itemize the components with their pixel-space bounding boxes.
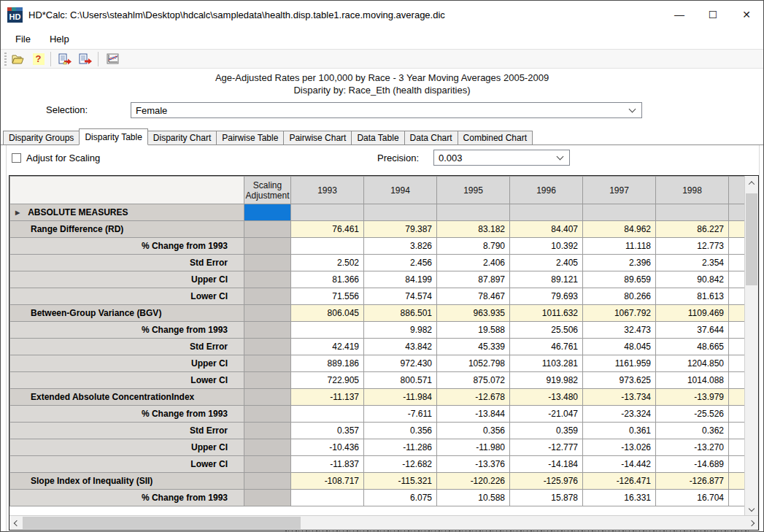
row-label-cell[interactable]: % Change from 1993 xyxy=(10,322,244,339)
value-cell[interactable]: -12.678 xyxy=(437,389,510,406)
value-cell[interactable] xyxy=(364,204,437,221)
value-cell[interactable]: 81.613 xyxy=(656,288,729,305)
scaling-cell[interactable] xyxy=(244,389,291,406)
row-label-cell[interactable]: Lower CI xyxy=(10,288,244,305)
help-icon[interactable]: ? xyxy=(29,50,47,67)
value-cell[interactable]: -25.526 xyxy=(656,406,729,423)
value-cell[interactable]: 2.354 xyxy=(656,255,729,271)
value-cell[interactable]: -13.026 xyxy=(583,439,656,456)
value-cell[interactable]: 11.118 xyxy=(583,238,656,255)
value-cell[interactable]: 79.387 xyxy=(364,221,437,238)
scaling-cell[interactable] xyxy=(244,372,291,389)
table-row[interactable]: Upper CI-10.436-11.286-11.980-12.777-13.… xyxy=(10,439,745,456)
value-cell[interactable]: 1109.469 xyxy=(656,305,729,322)
value-cell[interactable]: 0.357 xyxy=(291,423,364,439)
value-cell[interactable]: 15.878 xyxy=(510,490,583,506)
value-cell[interactable]: -11.837 xyxy=(291,456,364,473)
value-cell[interactable]: -13.376 xyxy=(437,456,510,473)
row-label-cell[interactable]: Upper CI xyxy=(10,355,244,372)
value-cell[interactable]: 722.905 xyxy=(291,372,364,389)
value-cell[interactable]: 1014.088 xyxy=(656,372,729,389)
value-cell[interactable]: 0.362 xyxy=(656,423,729,439)
value-cell[interactable]: 78.467 xyxy=(437,288,510,305)
value-cell[interactable]: 46.761 xyxy=(510,339,583,355)
value-cell[interactable]: 37.644 xyxy=(656,322,729,339)
value-cell[interactable]: 76.461 xyxy=(291,221,364,238)
scroll-down-icon[interactable] xyxy=(745,502,758,514)
partial-value-cell[interactable] xyxy=(729,288,745,305)
value-cell[interactable] xyxy=(291,238,364,255)
value-cell[interactable]: 800.571 xyxy=(364,372,437,389)
value-cell[interactable]: -125.976 xyxy=(510,473,583,490)
year-header-1994[interactable]: 1994 xyxy=(364,177,437,204)
value-cell[interactable]: -14.689 xyxy=(656,456,729,473)
scaling-cell[interactable] xyxy=(244,406,291,423)
partial-value-cell[interactable] xyxy=(729,423,745,439)
table-row[interactable]: Std Error42.41943.84245.33946.76148.0454… xyxy=(10,339,745,355)
value-cell[interactable]: 1161.959 xyxy=(583,355,656,372)
value-cell[interactable]: 886.501 xyxy=(364,305,437,322)
value-cell[interactable]: -120.226 xyxy=(437,473,510,490)
menu-help[interactable]: Help xyxy=(42,31,77,47)
row-label-cell[interactable]: % Change from 1993 xyxy=(10,490,244,506)
table-row[interactable]: Lower CI722.905800.571875.072919.982973.… xyxy=(10,372,745,389)
table-row[interactable]: Upper CI889.186972.4301052.7981103.28111… xyxy=(10,355,745,372)
value-cell[interactable]: 89.659 xyxy=(583,271,656,288)
export-report-icon[interactable] xyxy=(56,50,74,67)
value-cell[interactable]: 12.773 xyxy=(656,238,729,255)
value-cell[interactable]: 2.405 xyxy=(510,255,583,271)
table-row[interactable]: Lower CI-11.837-12.682-13.376-14.184-14.… xyxy=(10,456,745,473)
value-cell[interactable] xyxy=(291,406,364,423)
value-cell[interactable]: 0.359 xyxy=(510,423,583,439)
partial-value-cell[interactable] xyxy=(729,305,745,322)
export-data-icon[interactable] xyxy=(77,50,95,67)
scaling-cell[interactable] xyxy=(244,423,291,439)
tab-data-table[interactable]: Data Table xyxy=(351,131,404,145)
value-cell[interactable]: 25.506 xyxy=(510,322,583,339)
close-button[interactable]: ✕ xyxy=(730,1,763,28)
value-cell[interactable]: -12.777 xyxy=(510,439,583,456)
minimize-button[interactable]: — xyxy=(663,1,696,28)
tab-disparity-table[interactable]: Disparity Table xyxy=(79,128,147,145)
table-row[interactable]: Range Difference (RD)76.46179.38783.1828… xyxy=(10,221,745,238)
value-cell[interactable]: -11.137 xyxy=(291,389,364,406)
partial-value-cell[interactable] xyxy=(729,322,745,339)
value-cell[interactable]: -23.324 xyxy=(583,406,656,423)
value-cell[interactable]: 806.045 xyxy=(291,305,364,322)
scaling-cell[interactable] xyxy=(244,221,291,238)
value-cell[interactable]: 32.473 xyxy=(583,322,656,339)
partial-value-cell[interactable] xyxy=(729,355,745,372)
table-row[interactable]: % Change from 19936.07510.58815.87816.33… xyxy=(10,490,745,506)
row-label-cell[interactable]: % Change from 1993 xyxy=(10,406,244,423)
value-cell[interactable]: 2.502 xyxy=(291,255,364,271)
scaling-cell[interactable] xyxy=(244,255,291,271)
tab-combined-chart[interactable]: Combined Chart xyxy=(458,131,533,145)
value-cell[interactable]: 86.227 xyxy=(656,221,729,238)
value-cell[interactable]: 1052.798 xyxy=(437,355,510,372)
partial-value-cell[interactable] xyxy=(729,221,745,238)
value-cell[interactable]: 2.406 xyxy=(437,255,510,271)
value-cell[interactable]: 87.897 xyxy=(437,271,510,288)
vertical-scrollbar-thumb[interactable] xyxy=(746,193,757,285)
table-row[interactable]: Upper CI81.36684.19987.89789.12189.65990… xyxy=(10,271,745,288)
horizontal-scrollbar[interactable] xyxy=(9,515,758,530)
row-label-cell[interactable]: Lower CI xyxy=(10,456,244,473)
expand-arrow-icon[interactable]: ▶ xyxy=(15,209,20,216)
partial-value-cell[interactable] xyxy=(729,372,745,389)
scaling-cell[interactable] xyxy=(244,271,291,288)
value-cell[interactable]: 0.361 xyxy=(583,423,656,439)
value-cell[interactable]: 83.182 xyxy=(437,221,510,238)
value-cell[interactable] xyxy=(291,204,364,221)
partial-value-cell[interactable] xyxy=(729,456,745,473)
partial-value-cell[interactable] xyxy=(729,255,745,271)
value-cell[interactable]: 84.962 xyxy=(583,221,656,238)
value-cell[interactable]: 16.331 xyxy=(583,490,656,506)
value-cell[interactable]: 972.430 xyxy=(364,355,437,372)
table-row[interactable]: % Change from 1993-7.611-13.844-21.047-2… xyxy=(10,406,745,423)
value-cell[interactable]: -13.979 xyxy=(656,389,729,406)
partial-value-cell[interactable] xyxy=(729,389,745,406)
value-cell[interactable]: 79.693 xyxy=(510,288,583,305)
value-cell[interactable]: 963.935 xyxy=(437,305,510,322)
tab-pairwise-table[interactable]: Pairwise Table xyxy=(216,131,284,145)
value-cell[interactable]: -108.717 xyxy=(291,473,364,490)
